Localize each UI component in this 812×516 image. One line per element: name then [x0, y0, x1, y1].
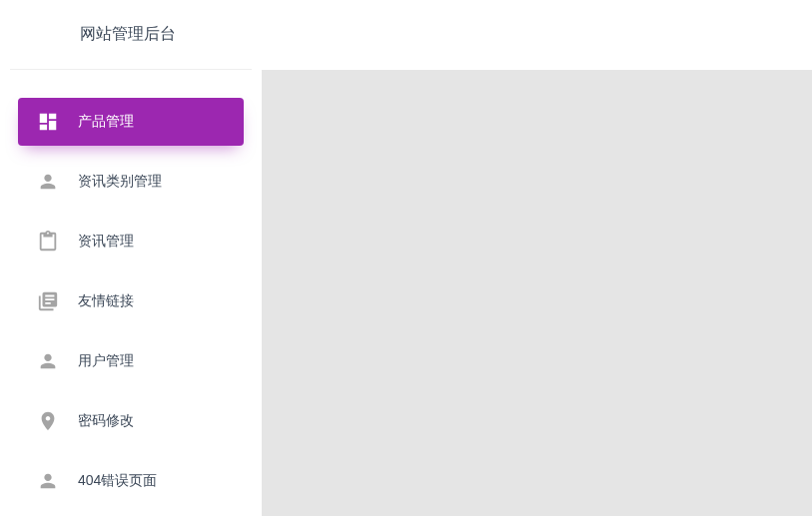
nav-item-404-error-page[interactable]: 404错误页面 [18, 457, 244, 505]
nav-label: 资讯类别管理 [78, 173, 162, 191]
nav-label: 资讯管理 [78, 233, 134, 251]
nav-item-user-management[interactable]: 用户管理 [18, 337, 244, 385]
person-icon [36, 469, 60, 493]
nav-label: 404错误页面 [78, 472, 157, 490]
main-content [262, 70, 812, 516]
sidebar-nav: 产品管理 资讯类别管理 资讯管理 友情链接 用户管理 [0, 70, 262, 505]
nav-label: 密码修改 [78, 412, 134, 430]
nav-item-news-management[interactable]: 资讯管理 [18, 218, 244, 265]
nav-label: 产品管理 [78, 113, 134, 131]
nav-label: 友情链接 [78, 292, 134, 310]
nav-item-product-management[interactable]: 产品管理 [18, 98, 244, 146]
clipboard-icon [36, 230, 60, 254]
location-icon [36, 409, 60, 433]
sidebar: 网站管理后台 产品管理 资讯类别管理 资讯管理 友情链接 [0, 0, 262, 516]
nav-item-change-password[interactable]: 密码修改 [18, 397, 244, 445]
library-icon [36, 289, 60, 313]
person-icon [36, 349, 60, 373]
nav-label: 用户管理 [78, 352, 134, 370]
sidebar-header: 网站管理后台 [10, 0, 252, 70]
dashboard-icon [36, 110, 60, 134]
nav-item-news-category[interactable]: 资讯类别管理 [18, 158, 244, 206]
nav-item-friend-links[interactable]: 友情链接 [18, 277, 244, 325]
person-icon [36, 170, 60, 194]
topbar [262, 0, 812, 70]
app-title: 网站管理后台 [80, 24, 176, 45]
